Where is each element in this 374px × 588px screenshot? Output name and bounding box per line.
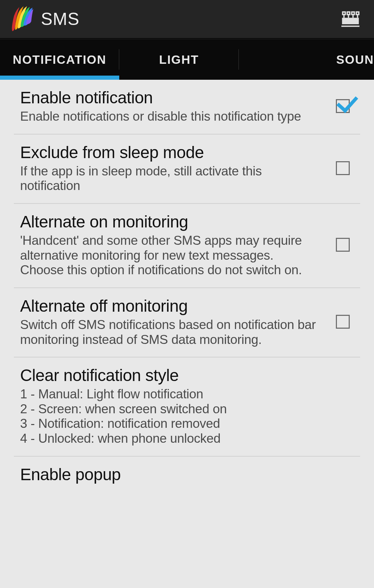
- svg-rect-0: [343, 12, 345, 14]
- svg-rect-6: [356, 12, 359, 14]
- tab-label: SOUN: [336, 53, 374, 67]
- setting-description: If the app is in sleep mode, still activ…: [20, 164, 319, 193]
- setting-title: Enable notification: [20, 88, 319, 107]
- setting-description: 1 - Manual: Light flow notification 2 - …: [20, 387, 353, 446]
- tab-sound[interactable]: SOUN: [239, 39, 374, 80]
- setting-enable-popup[interactable]: Enable popup: [14, 457, 360, 496]
- tab-bar: NOTIFICATION LIGHT SOUN: [0, 39, 374, 80]
- action-bar: SMS: [0, 0, 374, 39]
- led-config-icon[interactable]: [340, 9, 361, 29]
- setting-title: Exclude from sleep mode: [20, 143, 319, 162]
- setting-enable-notification[interactable]: Enable notification Enable notifications…: [14, 80, 360, 135]
- setting-description: Switch off SMS notifications based on no…: [20, 318, 319, 347]
- svg-rect-4: [352, 12, 354, 14]
- setting-title: Alternate off monitoring: [20, 296, 319, 315]
- setting-clear-notification-style[interactable]: Clear notification style 1 - Manual: Lig…: [14, 357, 360, 456]
- setting-title: Alternate on monitoring: [20, 212, 319, 231]
- setting-title: Clear notification style: [20, 366, 353, 385]
- checkbox[interactable]: [336, 315, 350, 329]
- svg-rect-2: [347, 12, 350, 14]
- tab-notification[interactable]: NOTIFICATION: [0, 39, 119, 80]
- settings-list: Enable notification Enable notifications…: [0, 80, 374, 496]
- setting-alternate-on-monitoring[interactable]: Alternate on monitoring 'Handcent' and s…: [14, 204, 360, 288]
- setting-title: Enable popup: [20, 465, 353, 484]
- setting-description: 'Handcent' and some other SMS apps may r…: [20, 233, 319, 278]
- checkbox[interactable]: [336, 99, 350, 113]
- checkbox[interactable]: [336, 161, 350, 175]
- tab-light[interactable]: LIGHT: [119, 39, 239, 80]
- setting-alternate-off-monitoring[interactable]: Alternate off monitoring Switch off SMS …: [14, 288, 360, 357]
- setting-exclude-sleep-mode[interactable]: Exclude from sleep mode If the app is in…: [14, 135, 360, 204]
- tab-label: NOTIFICATION: [13, 53, 106, 67]
- page-title: SMS: [41, 9, 340, 29]
- checkbox[interactable]: [336, 238, 350, 252]
- tab-label: LIGHT: [159, 53, 199, 67]
- setting-description: Enable notifications or disable this not…: [20, 109, 319, 124]
- svg-rect-8: [342, 18, 359, 24]
- app-logo-icon: [10, 6, 33, 33]
